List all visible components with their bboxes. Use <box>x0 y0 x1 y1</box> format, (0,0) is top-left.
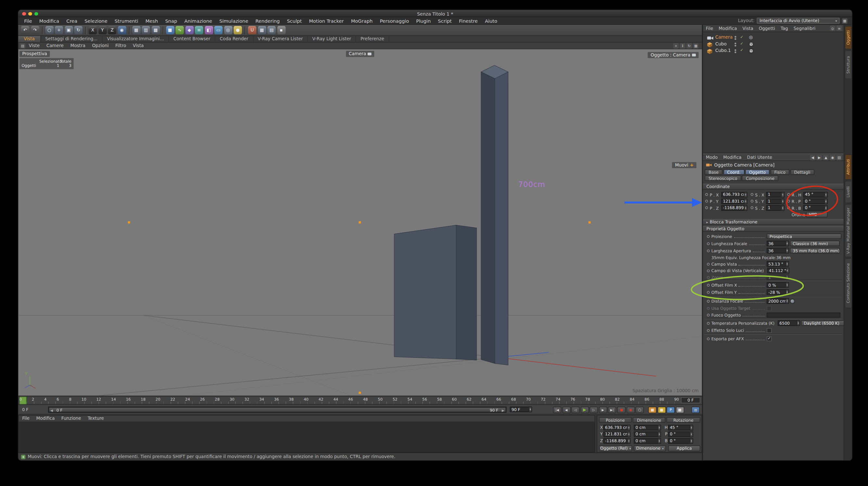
enable-check-icon[interactable]: ✓ <box>740 41 743 46</box>
goto-end-icon[interactable]: ▶| <box>608 407 616 413</box>
camera-target-tag-icon[interactable]: ◎ <box>749 35 753 40</box>
menu-item[interactable]: Personaggio <box>376 18 412 23</box>
lock-y-icon[interactable]: Y <box>98 26 106 34</box>
animation-dot[interactable] <box>787 206 790 209</box>
menu-item[interactable]: Content Browser <box>169 36 215 42</box>
deformer-icon[interactable]: ◧ <box>205 26 213 34</box>
rp-field[interactable]: 0 ° <box>803 198 828 204</box>
lock-z-icon[interactable]: Z <box>108 26 116 34</box>
menu-item[interactable]: Snap <box>161 18 181 23</box>
animation-dot[interactable] <box>707 291 710 293</box>
object-properties-section[interactable]: Proprietà Oggetto <box>703 226 844 232</box>
snap-icon[interactable]: U <box>248 26 256 34</box>
dim-x-field[interactable]: 0 cm <box>634 425 661 430</box>
menu-item[interactable]: Vista <box>740 26 756 31</box>
undo-icon[interactable]: ↶ <box>21 26 30 34</box>
dock-tab-livelli[interactable]: Livelli <box>845 181 852 203</box>
tab-vista[interactable]: Vista <box>18 36 41 42</box>
rot-h-field[interactable]: 45 ° <box>668 425 693 430</box>
tab-fisico[interactable]: Fisico <box>771 169 789 175</box>
enable-check-icon[interactable]: ✓ <box>740 35 743 39</box>
animation-dot[interactable] <box>707 263 710 265</box>
rotate-view-icon[interactable]: ↻ <box>686 43 692 48</box>
current-frame-field[interactable]: 0 F <box>681 397 701 403</box>
range-left-arrow-icon[interactable]: ◀ <box>50 409 53 412</box>
subdivision-surface-icon[interactable]: ◆ <box>185 26 194 34</box>
pan-view-icon[interactable]: + <box>673 43 679 48</box>
sz-field[interactable]: 1 <box>766 205 784 210</box>
lunghezza-focale-field[interactable]: 36 <box>767 240 789 246</box>
menu-item[interactable]: Camere <box>43 43 67 48</box>
mode-size-dropdown[interactable]: Dimensione▾ <box>634 446 666 452</box>
titlebar[interactable]: Senza Titolo 1 * <box>18 10 852 17</box>
menu-item[interactable]: Mesh <box>142 18 162 23</box>
menu-item[interactable]: Funzione <box>58 416 85 421</box>
scale-icon[interactable]: ▣ <box>65 26 73 34</box>
tab-dettagli[interactable]: Dettagli <box>790 169 814 175</box>
dock-tab-contenuto-selezione[interactable]: Contenuto Selezione <box>845 258 852 308</box>
move-icon[interactable]: + <box>55 26 63 34</box>
coord-system-icon[interactable]: ◉ <box>118 26 126 34</box>
frame-range-slider[interactable]: ◀ 0 F 90 F ▶ <box>48 407 506 413</box>
menu-item[interactable]: Visualizzatore Immagini... <box>103 36 169 42</box>
am-panel-icon[interactable]: ▤ <box>836 155 842 160</box>
menu-item[interactable]: Vista <box>130 43 147 48</box>
am-pin-icon[interactable]: ◉ <box>830 155 835 160</box>
viewport-layout-icon[interactable]: ▤ <box>267 26 276 34</box>
dock-tab-struttura[interactable]: Struttura <box>845 50 852 79</box>
dim-y-field[interactable]: 0 cm <box>634 431 661 436</box>
menu-item[interactable]: Simulazione <box>216 18 252 23</box>
menu-item[interactable]: Modifica <box>720 155 744 160</box>
fuoco-oggetto-linkfield[interactable] <box>767 312 840 317</box>
menu-item[interactable]: V-Ray Camera Lister <box>253 36 308 42</box>
menu-item[interactable]: Modifica <box>33 416 58 421</box>
menu-item[interactable]: File <box>703 26 716 31</box>
esporta-afx-checkbox[interactable]: ✓ <box>767 336 772 341</box>
proiezione-dropdown[interactable]: Prospettica <box>767 233 841 239</box>
lock-transform-section[interactable]: ▸ Blocca Trasformazione <box>703 219 844 225</box>
animation-dot[interactable] <box>707 337 710 340</box>
pz-field[interactable]: -1168.899 cm <box>721 205 747 210</box>
am-up-icon[interactable]: ▲ <box>823 155 829 160</box>
menu-item[interactable]: Dati Utente <box>744 155 775 160</box>
am-forward-icon[interactable]: ▶ <box>817 155 822 160</box>
animation-dot[interactable] <box>707 269 710 272</box>
light-icon[interactable]: ● <box>234 26 242 34</box>
redo-icon[interactable]: ↷ <box>31 26 39 34</box>
menu-item[interactable]: Texture <box>85 416 107 421</box>
dock-tab-oggetti[interactable]: Oggetti <box>845 26 852 50</box>
pos-y-field[interactable]: 121.831 cm <box>603 431 630 436</box>
pos-x-field[interactable]: 636.793 cm <box>603 425 630 430</box>
menu-item[interactable]: Selezione <box>81 18 111 23</box>
camera-hud-label[interactable]: Camera <box>346 51 375 57</box>
object-manager[interactable]: Camera ✓ ◎ Cubo ✓ Cubo.1 ✓ <box>703 32 844 153</box>
camera-object-icon[interactable]: ◎ <box>224 26 232 34</box>
menu-item[interactable]: Settaggi di Rendering... <box>41 36 103 42</box>
rb-field[interactable]: 0 ° <box>803 205 828 210</box>
animation-dot[interactable] <box>707 313 710 316</box>
visibility-toggles[interactable] <box>735 36 736 40</box>
spline-pen-icon[interactable]: ∿ <box>176 26 184 34</box>
larghezza-apertura-field[interactable]: 36 <box>767 248 789 253</box>
prev-key-icon[interactable]: ◀ <box>562 407 570 413</box>
menu-item[interactable]: Strumenti <box>111 18 142 23</box>
layout-dropdown[interactable]: Interfaccia di Avvio (Utente) ▾ <box>756 18 840 24</box>
next-key-icon[interactable]: ▶ <box>599 407 607 413</box>
mode-object-dropdown[interactable]: Oggetto (Rel)▾ <box>599 446 632 452</box>
render-picture-viewer-icon[interactable]: ▥ <box>142 26 150 34</box>
menu-item[interactable]: Modo <box>703 155 720 160</box>
menu-item[interactable]: Coda Render <box>215 36 253 42</box>
om-filter-icon[interactable]: ≡ <box>836 25 842 31</box>
view-label[interactable]: Prospettiva <box>20 51 50 57</box>
render-view-icon[interactable]: ▦ <box>132 26 140 34</box>
animation-dot[interactable] <box>707 235 710 238</box>
menu-item[interactable]: Motion Tracker <box>305 18 347 23</box>
animation-dot[interactable] <box>707 329 710 332</box>
menu-item[interactable]: Rendering <box>252 18 283 23</box>
floor-icon[interactable]: ▭ <box>214 26 222 34</box>
menu-item[interactable]: File <box>21 18 36 23</box>
dock-tab-vray-material-manager[interactable]: V-Ray Material Manager <box>845 204 852 257</box>
render-settings-icon[interactable]: ▩ <box>151 26 160 34</box>
solo-luci-checkbox[interactable] <box>767 328 772 333</box>
tab-composizione[interactable]: Composizione <box>742 175 778 181</box>
